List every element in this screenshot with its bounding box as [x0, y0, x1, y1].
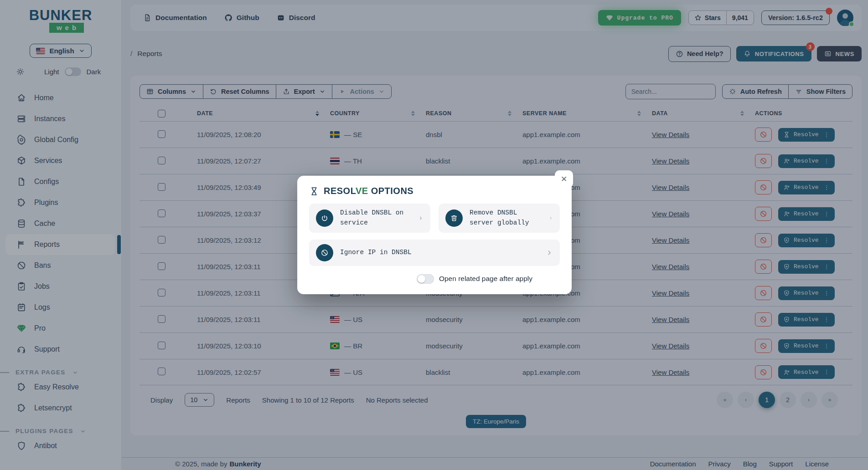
close-icon[interactable]: ✕	[555, 170, 573, 188]
chevron-right-icon	[546, 249, 553, 256]
trash-icon-circle	[445, 209, 463, 227]
modal-header: RESOLVE OPTIONS	[309, 186, 560, 196]
hourglass-icon	[309, 186, 319, 196]
option-remove-dnsbl-server[interactable]: Remove DNSBL server globally	[439, 204, 560, 233]
option-disable-dnsbl[interactable]: Disable DNSBL on service	[309, 204, 430, 233]
open-related-toggle-row: Open related page after apply	[309, 274, 560, 284]
chevron-right-icon	[548, 215, 553, 222]
resolve-options-modal: ✕ RESOLVE OPTIONS Disable DNSBL on servi…	[297, 176, 572, 294]
ban-icon-circle	[316, 244, 333, 261]
modal-title: RESOLVE OPTIONS	[324, 186, 413, 196]
resolve-options: Disable DNSBL on service Remove DNSBL se…	[309, 204, 560, 266]
chevron-right-icon	[418, 215, 424, 222]
toggle-label: Open related page after apply	[439, 275, 532, 283]
power-icon-circle	[316, 209, 333, 227]
option-ignore-ip[interactable]: Ignore IP in DNSBL	[309, 240, 560, 266]
open-related-toggle[interactable]	[417, 274, 434, 284]
